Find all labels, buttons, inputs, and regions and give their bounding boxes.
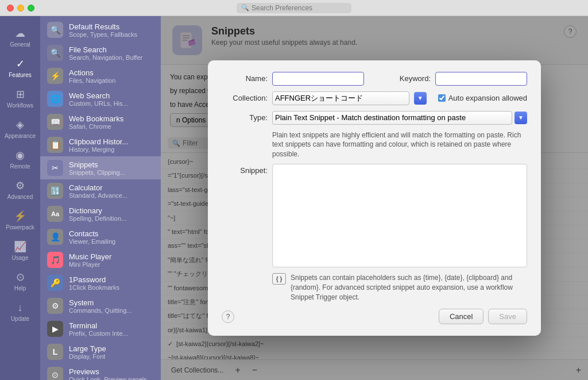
new-snippet-modal: Name: Keyword: Collection: AFFNGERショートコー… — [208, 60, 541, 336]
sidebar-item-web-bookmarks[interactable]: 📖 Web Bookmarks Safari, Chrome — [40, 110, 161, 133]
large-type-title: Large Type — [69, 344, 106, 353]
snippet-textarea-row: Snippet: — [222, 164, 527, 267]
search-bar[interactable]: 🔍 — [237, 3, 351, 13]
contacts-subtitle: Viewer, Emailing — [69, 238, 115, 245]
sidebar-icon-label-features: Features — [9, 72, 31, 78]
modal-overlay: Name: Keyword: Collection: AFFNGERショートコー… — [161, 16, 588, 380]
sidebar-item-usage[interactable]: 📈 Usage — [0, 235, 40, 266]
system-icon: ⚙ — [47, 298, 63, 314]
sidebar-list: 🔍 Default Results Scope, Types, Fallback… — [40, 16, 161, 380]
clipboard-subtitle: History, Merging — [69, 146, 128, 153]
sidebar-item-1password[interactable]: 🔑 1Password 1Click Bookmarks — [40, 271, 161, 294]
sidebar-item-web-search[interactable]: 🌐 Web Search Custom, URLs, His... — [40, 87, 161, 110]
large-type-icon: L — [47, 344, 63, 360]
sidebar-item-update[interactable]: ↓ Update — [0, 296, 40, 327]
contacts-icon: 👤 — [47, 229, 63, 245]
search-input[interactable] — [252, 4, 347, 12]
file-search-icon: 🔍 — [47, 45, 63, 61]
snippets-title: Snippets — [69, 160, 125, 169]
sidebar-item-powerpack[interactable]: ⚡ Powerpack — [0, 205, 40, 235]
clipboard-icon: 📋 — [47, 137, 63, 153]
cancel-button[interactable]: Cancel — [439, 309, 483, 324]
sidebar-item-calculator[interactable]: 🔢 Calculator Standard, Advance... — [40, 179, 161, 202]
snippet-label: Snippet: — [222, 164, 268, 175]
file-search-subtitle: Search, Navigation, Buffer — [69, 54, 142, 61]
sidebar-item-features[interactable]: ✓ Features — [0, 52, 40, 83]
modal-help-button[interactable]: ? — [222, 310, 234, 323]
sidebar-item-appearance[interactable]: ◈ Appearance — [0, 113, 40, 144]
sidebar-icon-label-appearance: Appearance — [5, 133, 36, 139]
sidebar-item-contacts[interactable]: 👤 Contacts Viewer, Emailing — [40, 225, 161, 248]
collection-row: Collection: AFFNGERショートコード ▼ Auto expans… — [222, 91, 527, 105]
save-button[interactable]: Save — [488, 309, 527, 324]
large-type-subtitle: Display, Font — [69, 353, 106, 360]
sidebar-item-music[interactable]: 🎵 Music Player Mini Player — [40, 248, 161, 271]
sidebar-item-terminal[interactable]: ▶ Terminal Prefix, Custom Inte... — [40, 317, 161, 340]
dictionary-icon: Aa — [47, 206, 63, 222]
sidebar-item-previews[interactable]: ⊙ Previews Quick Look, Preview panels — [40, 363, 161, 380]
powerpack-icon: ⚡ — [13, 209, 27, 223]
sidebar-item-actions[interactable]: ⚡ Actions Files, Navigation — [40, 64, 161, 87]
sidebar-item-default-results[interactable]: 🔍 Default Results Scope, Types, Fallback… — [40, 18, 161, 41]
sidebar-icon-label-help: Help — [14, 285, 26, 291]
sidebar-icon-label-remote: Remote — [10, 163, 30, 170]
type-dropdown-button[interactable]: ▼ — [514, 112, 527, 124]
actions-title: Actions — [69, 68, 115, 77]
web-search-subtitle: Custom, URLs, His... — [69, 100, 128, 107]
advanced-icon: ⚙ — [13, 179, 27, 193]
music-icon: 🎵 — [47, 252, 63, 268]
terminal-subtitle: Prefix, Custom Inte... — [69, 330, 128, 337]
snippet-textarea[interactable] — [272, 164, 527, 267]
sidebar-icon-label-advanced: Advanced — [7, 194, 33, 200]
placeholder-row: { } Snippets can contain placeholders su… — [272, 273, 527, 302]
name-input[interactable] — [272, 72, 364, 86]
auto-expansion-checkbox[interactable] — [438, 94, 446, 102]
sidebar-icon-label-update: Update — [11, 316, 29, 322]
collection-dropdown-button[interactable]: ▼ — [414, 92, 427, 105]
sidebar-item-system[interactable]: ⚙ System Commands, Quitting... — [40, 294, 161, 317]
close-button[interactable] — [7, 5, 14, 11]
sidebar-item-snippets[interactable]: ✂ Snippets Snippets, Clipping... — [40, 156, 161, 179]
sidebar-icon-label-powerpack: Powerpack — [6, 224, 34, 231]
traffic-lights — [7, 5, 34, 11]
terminal-title: Terminal — [69, 321, 128, 330]
web-bookmarks-subtitle: Safari, Chrome — [69, 123, 123, 130]
calculator-icon: 🔢 — [47, 183, 63, 199]
placeholder-text: Snippets can contain placeholders such a… — [291, 273, 527, 302]
sidebar-item-advanced[interactable]: ⚙ Advanced — [0, 174, 40, 205]
features-icon: ✓ — [13, 57, 27, 71]
sidebar-icon-label-general: General — [10, 41, 30, 48]
sidebar-item-clipboard-history[interactable]: 📋 Clipboard Histor... History, Merging — [40, 133, 161, 156]
calculator-title: Calculator — [69, 183, 127, 192]
1password-title: 1Password — [69, 275, 119, 284]
sidebar-icon-label-workflows: Workflows — [7, 102, 33, 109]
previews-title: Previews — [69, 367, 147, 376]
sidebar-item-large-type[interactable]: L Large Type Display, Font — [40, 340, 161, 363]
contacts-title: Contacts — [69, 229, 115, 238]
previews-icon: ⊙ — [47, 367, 63, 380]
type-label: Type: — [222, 113, 268, 122]
type-select[interactable]: Plain Text Snippet - Match destination f… — [272, 111, 512, 125]
system-title: System — [69, 298, 131, 307]
file-search-title: File Search — [69, 45, 142, 54]
sidebar-item-dictionary[interactable]: Aa Dictionary Spelling, Definition... — [40, 202, 161, 225]
sidebar-item-help[interactable]: ⊙ Help — [0, 266, 40, 296]
sidebar-item-workflows[interactable]: ⊞ Workflows — [0, 83, 40, 113]
web-bookmarks-title: Web Bookmarks — [69, 114, 123, 123]
keyword-input[interactable] — [435, 72, 527, 86]
default-results-title: Default Results — [69, 22, 137, 31]
minimize-button[interactable] — [17, 5, 24, 11]
workflows-icon: ⊞ — [13, 87, 27, 101]
search-icon: 🔍 — [241, 4, 249, 11]
sidebar-item-remote[interactable]: ◉ Remote — [0, 144, 40, 174]
previews-subtitle: Quick Look, Preview panels — [69, 376, 147, 381]
help-icon: ⊙ — [13, 270, 27, 284]
maximize-button[interactable] — [28, 5, 34, 11]
actions-icon: ⚡ — [47, 68, 63, 84]
web-bookmarks-icon: 📖 — [47, 114, 63, 130]
sidebar-item-file-search[interactable]: 🔍 File Search Search, Navigation, Buffer — [40, 41, 161, 64]
name-keyword-row: Name: Keyword: — [222, 72, 527, 86]
sidebar-item-general[interactable]: ☁ General — [0, 22, 40, 52]
collection-select[interactable]: AFFNGERショートコード — [272, 91, 409, 105]
general-icon: ☁ — [13, 26, 27, 40]
